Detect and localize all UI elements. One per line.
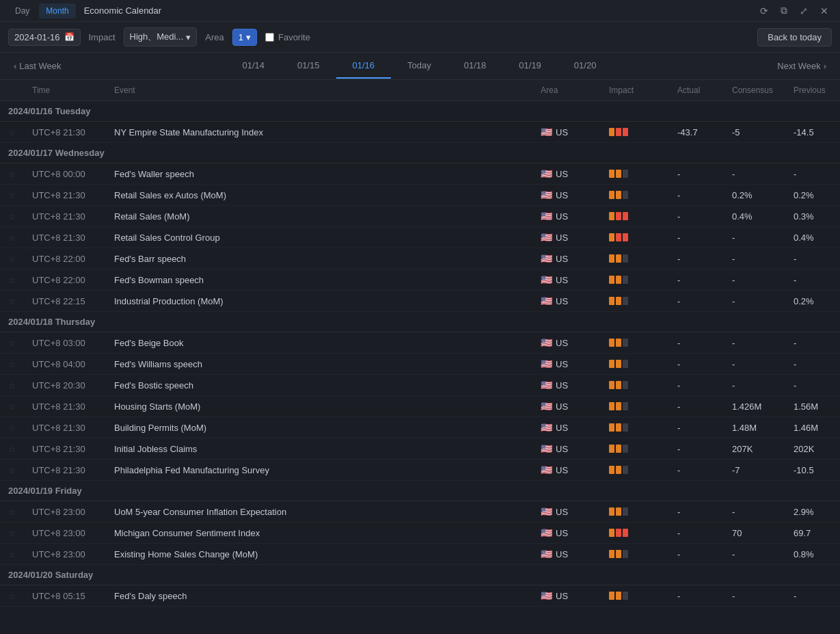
star-cell[interactable]: ☆: [0, 163, 24, 185]
consensus-cell: -: [724, 544, 785, 565]
star-cell[interactable]: ☆: [0, 206, 24, 227]
table-row: ☆UTC+8 23:00Michigan Consumer Sentiment …: [0, 523, 840, 544]
impact-bar-1: [609, 128, 614, 136]
flag-icon: 🇺🇸: [541, 337, 552, 348]
actual-cell: -: [669, 375, 724, 396]
window-icon[interactable]: ⧉: [777, 3, 791, 18]
date-picker[interactable]: 2024-01-16 📅: [8, 29, 81, 46]
refresh-icon[interactable]: ⟳: [757, 4, 772, 18]
actual-cell: -: [669, 501, 724, 523]
area-cell: 🇺🇸US: [532, 523, 601, 544]
star-icon[interactable]: ☆: [8, 381, 16, 391]
area-cell: 🇺🇸US: [532, 354, 601, 375]
star-icon[interactable]: ☆: [8, 170, 16, 179]
chevron-left-icon: ‹: [14, 61, 16, 71]
star-icon[interactable]: ☆: [8, 233, 16, 243]
impact-cell: [601, 354, 669, 375]
star-cell[interactable]: ☆: [0, 438, 24, 460]
star-cell[interactable]: ☆: [0, 269, 24, 291]
flag-icon: 🇺🇸: [541, 295, 552, 306]
actual-cell: -: [669, 354, 724, 375]
impact-cell: [601, 375, 669, 396]
expand-icon[interactable]: ⤢: [796, 4, 811, 18]
time-cell: UTC+8 21:30: [24, 417, 106, 438]
star-icon[interactable]: ☆: [8, 529, 16, 538]
area-chevron-icon: ▾: [246, 32, 251, 42]
top-bar: Day Month Economic Calendar ⟳ ⧉ ⤢ ✕: [0, 0, 840, 22]
star-icon[interactable]: ☆: [8, 212, 16, 222]
actual-cell: -43.7: [669, 122, 724, 143]
star-cell[interactable]: ☆: [0, 185, 24, 206]
favorite-checkbox[interactable]: [265, 33, 274, 42]
impact-bar-3: [623, 402, 628, 410]
star-cell[interactable]: ☆: [0, 332, 24, 354]
impact-bar-2: [616, 170, 621, 178]
area-filter[interactable]: 1 ▾: [232, 29, 257, 46]
tab-day-0116[interactable]: 01/16: [336, 53, 392, 79]
back-to-today-button[interactable]: Back to today: [757, 28, 832, 47]
star-cell[interactable]: ☆: [0, 354, 24, 375]
impact-bar-1: [609, 254, 614, 263]
star-icon[interactable]: ☆: [8, 445, 16, 454]
star-cell[interactable]: ☆: [0, 375, 24, 396]
calendar-scroll-area[interactable]: Time Event Area Impact Actual Consensus …: [0, 80, 840, 607]
previous-cell: -: [785, 269, 840, 291]
star-cell[interactable]: ☆: [0, 396, 24, 417]
table-row: ☆UTC+8 22:00Fed's Barr speech🇺🇸US---: [0, 248, 840, 269]
star-icon[interactable]: ☆: [8, 276, 16, 285]
star-cell[interactable]: ☆: [0, 417, 24, 438]
area-name: US: [556, 549, 568, 559]
star-icon[interactable]: ☆: [8, 254, 16, 264]
star-cell[interactable]: ☆: [0, 501, 24, 523]
section-title: 2024/01/18 Thursday: [0, 312, 840, 332]
tab-month[interactable]: Month: [39, 3, 75, 18]
tab-day-0114[interactable]: 01/14: [226, 53, 281, 79]
table-row: ☆UTC+8 00:00Fed's Waller speech🇺🇸US---: [0, 163, 840, 185]
impact-cell: [601, 585, 669, 607]
previous-cell: 69.7: [785, 523, 840, 544]
star-cell[interactable]: ☆: [0, 523, 24, 544]
star-icon[interactable]: ☆: [8, 423, 16, 433]
tab-day-today[interactable]: Today: [391, 53, 448, 79]
impact-bars: [609, 233, 661, 241]
time-cell: UTC+8 22:00: [24, 248, 106, 269]
area-cell: 🇺🇸US: [532, 227, 601, 248]
star-cell[interactable]: ☆: [0, 122, 24, 143]
star-icon[interactable]: ☆: [8, 466, 16, 475]
star-icon[interactable]: ☆: [8, 297, 16, 306]
flag-icon: 🇺🇸: [541, 253, 552, 264]
close-icon[interactable]: ✕: [817, 4, 832, 18]
star-cell[interactable]: ☆: [0, 248, 24, 269]
star-icon[interactable]: ☆: [8, 507, 16, 517]
tab-day-0119[interactable]: 01/19: [502, 53, 558, 79]
star-icon[interactable]: ☆: [8, 592, 16, 601]
star-cell[interactable]: ☆: [0, 544, 24, 565]
star-cell[interactable]: ☆: [0, 585, 24, 607]
next-week-button[interactable]: Next Week ›: [772, 58, 832, 74]
favorite-filter[interactable]: Favorite: [265, 32, 310, 42]
consensus-cell: 207K: [724, 438, 785, 460]
tab-day[interactable]: Day: [8, 3, 36, 18]
star-cell[interactable]: ☆: [0, 460, 24, 481]
tab-day-0115[interactable]: 01/15: [281, 53, 336, 79]
previous-cell: -: [785, 248, 840, 269]
star-icon[interactable]: ☆: [8, 360, 16, 369]
event-cell: Fed's Barr speech: [106, 248, 532, 269]
star-cell[interactable]: ☆: [0, 227, 24, 248]
th-area: Area: [532, 80, 601, 101]
area-name: US: [556, 127, 568, 137]
star-icon[interactable]: ☆: [8, 402, 16, 412]
tab-day-0118[interactable]: 01/18: [448, 53, 503, 79]
tab-day-0120[interactable]: 01/20: [558, 53, 613, 79]
star-icon[interactable]: ☆: [8, 128, 16, 137]
area-cell: 🇺🇸US: [532, 122, 601, 143]
area-name: US: [556, 211, 568, 222]
star-icon[interactable]: ☆: [8, 191, 16, 200]
star-icon[interactable]: ☆: [8, 550, 16, 559]
impact-bar-1: [609, 550, 614, 558]
last-week-button[interactable]: ‹ Last Week: [8, 58, 67, 74]
previous-cell: 0.2%: [785, 185, 840, 206]
star-icon[interactable]: ☆: [8, 339, 16, 348]
impact-filter[interactable]: High、Medi... ▾: [124, 27, 198, 47]
star-cell[interactable]: ☆: [0, 291, 24, 312]
